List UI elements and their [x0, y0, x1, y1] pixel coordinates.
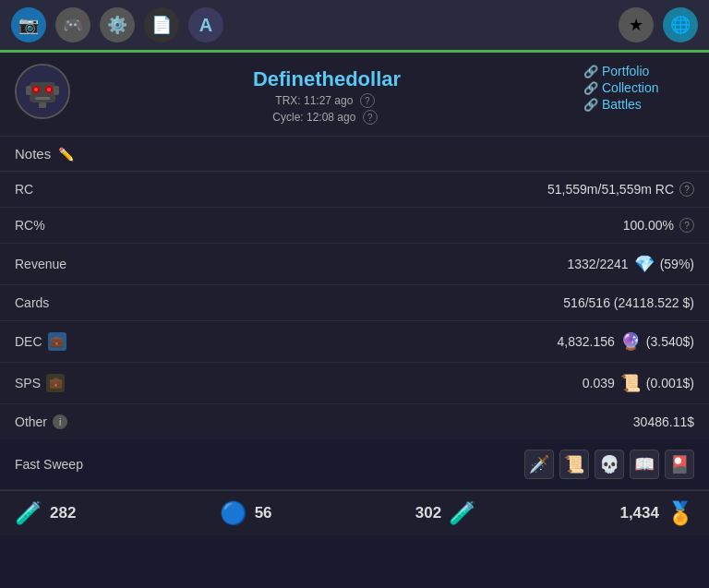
bottom-bar: 🧪 282 🔵 56 302 🧪 1,434 🏅	[0, 490, 709, 535]
medals-icon: 🏅	[667, 500, 694, 526]
avatar	[15, 64, 70, 119]
rc-row: RC 51,559m/51,559m RC ?	[0, 172, 709, 208]
sweep-icon-4[interactable]: 📖	[630, 450, 659, 479]
svg-point-7	[47, 88, 51, 91]
profile-links: 🔗 Portfolio 🔗 Collection 🔗 Battles	[583, 64, 694, 112]
notes-label: Notes	[15, 146, 51, 162]
spinner-icon: 🔵	[220, 500, 247, 526]
count-icon: 🧪	[449, 500, 476, 526]
notes-edit-icon[interactable]: ✏️	[58, 147, 74, 162]
battles-link[interactable]: 🔗 Battles	[583, 97, 642, 112]
dec-row: DEC 💼 4,832.156 🔮 (3.540$)	[0, 321, 709, 363]
document-nav-btn[interactable]: 📄	[144, 7, 179, 42]
other-info-icon[interactable]: i	[53, 414, 67, 429]
portfolio-link[interactable]: 🔗 Portfolio	[583, 64, 649, 78]
bottom-potion1: 🧪 282	[15, 500, 76, 526]
profile-trx: TRX: 11:27 ago ?	[70, 93, 583, 108]
bottom-spinner: 🔵 56	[220, 500, 272, 526]
rc-percent-help-icon[interactable]: ?	[679, 218, 694, 233]
rc-percent-row: RC% 100.00% ?	[0, 208, 709, 244]
spinner-value: 56	[255, 504, 272, 522]
other-label: Other i	[15, 414, 67, 429]
globe-nav-btn[interactable]: 🌐	[663, 7, 698, 42]
sps-label: SPS 💼	[15, 374, 65, 392]
sweep-icon-5[interactable]: 🎴	[665, 450, 694, 479]
svg-rect-2	[26, 86, 31, 95]
sweep-icon-1[interactable]: 🗡️	[524, 450, 554, 479]
sps-row: SPS 💼 0.039 📜 (0.001$)	[0, 363, 709, 404]
count-value: 302	[415, 504, 441, 522]
revenue-gem-icon: 💎	[634, 254, 655, 274]
user-a-nav-btn[interactable]: A	[188, 7, 223, 42]
sps-wallet-icon: 💼	[46, 374, 65, 392]
username: Definethedollar	[70, 67, 583, 91]
sweep-icon-2[interactable]: 📜	[559, 450, 589, 479]
trx-help-icon[interactable]: ?	[360, 93, 375, 108]
potion1-value: 282	[50, 504, 76, 522]
bottom-medals: 1,434 🏅	[619, 500, 694, 526]
fast-sweep-label: Fast Sweep	[15, 457, 83, 472]
svg-rect-9	[39, 102, 46, 108]
collection-link-icon: 🔗	[583, 81, 598, 95]
cards-row: Cards 516/516 (24118.522 $)	[0, 285, 709, 321]
profile-cycle: Cycle: 12:08 ago ?	[70, 110, 583, 125]
revenue-row: Revenue 1332/2241 💎 (59%)	[0, 244, 709, 285]
cycle-help-icon[interactable]: ?	[363, 110, 378, 125]
cards-label: Cards	[15, 295, 49, 310]
collection-link[interactable]: 🔗 Collection	[583, 80, 658, 95]
rc-help-icon[interactable]: ?	[679, 182, 694, 197]
fast-sweep-row: Fast Sweep 🗡️ 📜 💀 📖 🎴	[0, 439, 709, 490]
dec-crystal-icon: 🔮	[620, 331, 641, 352]
dec-label: DEC 💼	[15, 332, 66, 351]
dec-wallet-icon: 💼	[48, 332, 66, 351]
star-nav-btn[interactable]: ★	[619, 7, 654, 42]
rc-percent-value: 100.00% ?	[623, 218, 694, 233]
bottom-count: 302 🧪	[415, 500, 476, 526]
battles-link-icon: 🔗	[583, 98, 598, 112]
fast-sweep-icons: 🗡️ 📜 💀 📖 🎴	[524, 450, 694, 479]
svg-rect-8	[35, 97, 50, 100]
cards-value: 516/516 (24118.522 $)	[563, 295, 694, 310]
revenue-label: Revenue	[15, 257, 66, 271]
sps-value: 0.039 📜 (0.001$)	[583, 373, 694, 393]
rc-value: 51,559m/51,559m RC ?	[547, 182, 694, 197]
notes-section: Notes ✏️	[0, 137, 709, 172]
sweep-icon-3[interactable]: 💀	[595, 450, 624, 479]
svg-point-6	[34, 88, 38, 91]
rc-percent-label: RC%	[15, 218, 45, 233]
medals-value: 1,434	[619, 504, 659, 522]
rc-label: RC	[15, 182, 33, 197]
camera-nav-btn[interactable]: 📷	[11, 7, 46, 42]
sps-scroll-icon: 📜	[620, 373, 641, 393]
gamepad-nav-btn[interactable]: 🎮	[55, 7, 90, 42]
profile-center: Definethedollar TRX: 11:27 ago ? Cycle: …	[70, 64, 583, 125]
top-nav: 📷 🎮 ⚙️ 📄 A ★ 🌐	[0, 0, 709, 53]
settings-nav-btn[interactable]: ⚙️	[100, 7, 135, 42]
profile-section: Definethedollar TRX: 11:27 ago ? Cycle: …	[0, 53, 709, 137]
other-value: 30486.11$	[633, 414, 694, 429]
revenue-value: 1332/2241 💎 (59%)	[567, 254, 694, 274]
svg-rect-3	[54, 86, 59, 95]
other-row: Other i 30486.11$	[0, 404, 709, 439]
potion1-icon: 🧪	[15, 500, 42, 526]
portfolio-link-icon: 🔗	[583, 65, 598, 78]
stats-container: RC 51,559m/51,559m RC ? RC% 100.00% ? Re…	[0, 172, 709, 439]
dec-value: 4,832.156 🔮 (3.540$)	[558, 331, 694, 352]
